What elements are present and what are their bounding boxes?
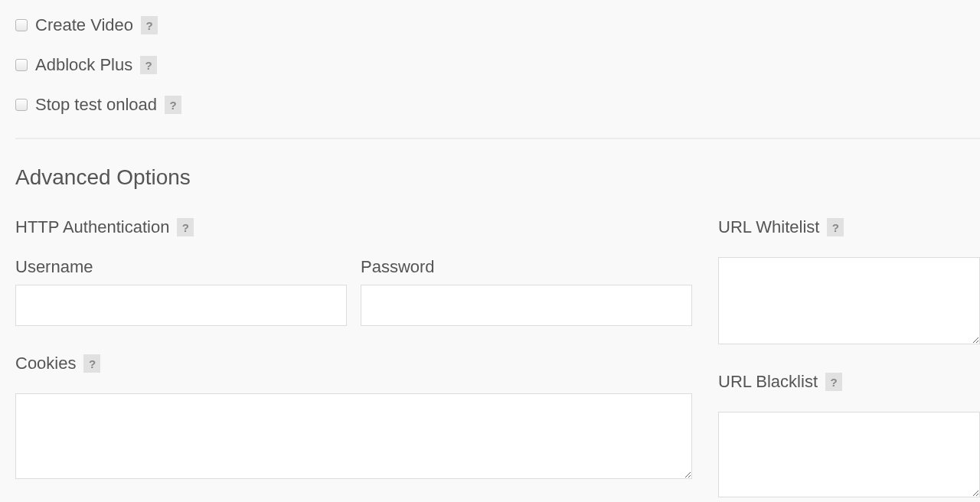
section-divider — [15, 138, 980, 139]
url-blacklist-label: URL Blacklist — [718, 372, 818, 392]
option-create-video-row: Create Video ? — [15, 15, 980, 35]
option-stop-onload-row: Stop test onload ? — [15, 95, 980, 115]
option-adblock-plus-row: Adblock Plus ? — [15, 55, 980, 75]
url-whitelist-label: URL Whitelist — [718, 217, 819, 237]
username-input[interactable] — [15, 285, 347, 326]
url-blacklist-heading-row: URL Blacklist ? — [718, 372, 980, 392]
create-video-checkbox[interactable] — [15, 19, 28, 31]
url-whitelist-heading-row: URL Whitelist ? — [718, 217, 980, 237]
help-icon[interactable]: ? — [83, 354, 100, 373]
url-whitelist-textarea[interactable] — [718, 257, 980, 344]
http-auth-label: HTTP Authentication — [15, 217, 169, 237]
help-icon[interactable]: ? — [825, 373, 842, 391]
help-icon[interactable]: ? — [141, 16, 158, 34]
cookies-heading-row: Cookies ? — [15, 354, 692, 373]
password-label: Password — [361, 257, 692, 277]
http-auth-heading-row: HTTP Authentication ? — [15, 217, 692, 237]
adblock-plus-label: Adblock Plus — [35, 55, 132, 75]
create-video-label: Create Video — [35, 15, 133, 35]
cookies-textarea[interactable] — [15, 393, 692, 479]
stop-onload-checkbox[interactable] — [15, 99, 28, 111]
cookies-label: Cookies — [15, 354, 76, 373]
advanced-options-heading: Advanced Options — [15, 165, 980, 190]
help-icon[interactable]: ? — [165, 96, 181, 114]
adblock-plus-checkbox[interactable] — [15, 59, 28, 71]
username-label: Username — [15, 257, 347, 277]
help-icon[interactable]: ? — [827, 218, 844, 236]
password-input[interactable] — [361, 285, 692, 326]
url-blacklist-textarea[interactable] — [718, 412, 980, 497]
help-icon[interactable]: ? — [177, 218, 194, 236]
help-icon[interactable]: ? — [140, 56, 157, 74]
stop-onload-label: Stop test onload — [35, 95, 157, 115]
